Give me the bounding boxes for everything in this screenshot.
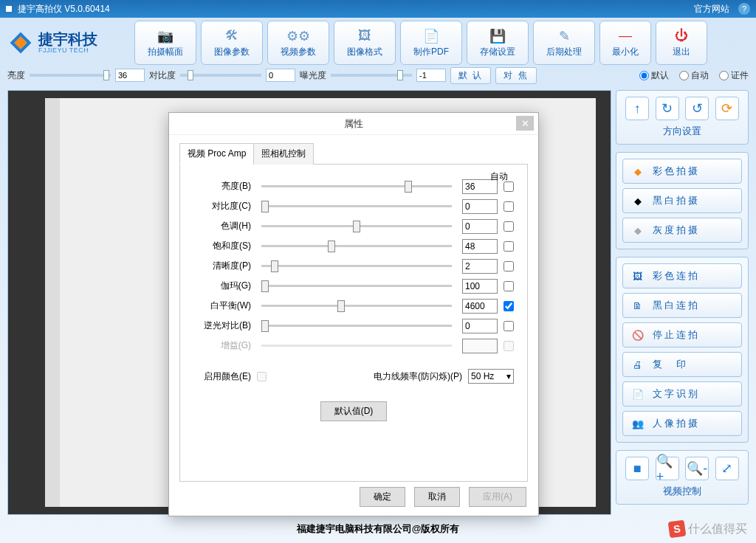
person-icon: 👥 — [632, 417, 645, 430]
brand-sub: FJJIEYU TECH — [38, 46, 97, 54]
pdf-icon: 📄 — [421, 28, 441, 44]
copy-button[interactable]: 🖨复 印 — [622, 352, 742, 377]
prop-hue-auto[interactable] — [504, 221, 514, 232]
color-burst-button[interactable]: 🖼彩色连拍 — [622, 263, 742, 288]
dialog-title-bar: 属性 ✕ — [169, 113, 538, 135]
tab-camera-control[interactable]: 照相机控制 — [253, 143, 314, 165]
watermark-badge-icon: S — [668, 520, 687, 539]
prop-whitebalance-label: 白平衡(W) — [193, 300, 251, 312]
prop-brightness-slider[interactable] — [261, 185, 452, 187]
enable-color-label: 启用颜色(E) — [193, 370, 251, 383]
stop-burst-button[interactable]: 🚫停止连拍 — [622, 322, 742, 347]
freq-select[interactable]: 50 Hz▾ — [468, 369, 514, 384]
prop-sharpness-value[interactable] — [462, 259, 498, 274]
zoom-in-icon[interactable]: 🔍+ — [656, 457, 679, 480]
up-arrow-icon[interactable]: ↑ — [625, 97, 649, 120]
prop-saturation-auto[interactable] — [504, 241, 514, 252]
exposure-slider[interactable] — [331, 74, 412, 77]
brand-logo-icon — [7, 30, 34, 56]
close-icon[interactable]: ✕ — [516, 116, 534, 131]
prop-contrast-label: 对比度(C) — [193, 200, 251, 212]
video-params-button[interactable]: ⚙⚙视频参数 — [267, 21, 329, 65]
prop-brightness-label: 亮度(B) — [193, 180, 251, 193]
storage-button[interactable]: 💾存储设置 — [467, 21, 529, 65]
defaults-button[interactable]: 默认值(D) — [320, 401, 388, 421]
brand-name: 捷宇科技 — [38, 32, 97, 46]
exposure-value[interactable] — [416, 69, 446, 82]
prop-contrast-value[interactable] — [462, 199, 498, 214]
prop-backlight-value[interactable] — [462, 319, 498, 333]
image-format-button[interactable]: 🖼图像格式 — [334, 21, 396, 65]
contrast-value[interactable] — [266, 69, 295, 82]
ok-button[interactable]: 确定 — [360, 487, 405, 507]
ocr-button[interactable]: 📄文字识别 — [622, 381, 742, 407]
zoom-out-icon[interactable]: 🔍- — [685, 457, 709, 480]
dialog-title: 属性 — [344, 117, 363, 131]
exposure-label: 曝光度 — [300, 69, 326, 82]
color-shot-button[interactable]: ◆彩色拍摄 — [622, 159, 742, 184]
prop-contrast-auto[interactable] — [504, 201, 514, 212]
contrast-label: 对比度 — [149, 69, 176, 82]
capture-area-button[interactable]: 📷拍摄幅面 — [134, 21, 196, 65]
printer-icon: 🖨 — [632, 358, 645, 371]
prop-gain-label: 增益(G) — [193, 339, 251, 352]
image-params-button[interactable]: 🛠图像参数 — [201, 21, 263, 65]
focus-button[interactable]: 对 焦 — [495, 67, 536, 84]
post-process-button[interactable]: ✎后期处理 — [533, 21, 595, 65]
radio-auto[interactable]: 自动 — [679, 69, 709, 82]
video-control-title: 视频控制 — [622, 485, 742, 498]
prop-gamma-slider[interactable] — [261, 285, 452, 287]
cancel-button[interactable]: 取消 — [414, 487, 460, 507]
radio-cert[interactable]: 证件 — [719, 69, 749, 82]
prop-backlight-slider[interactable] — [261, 325, 452, 327]
prop-hue-label: 色调(H) — [193, 220, 251, 232]
contrast-slider[interactable] — [180, 74, 261, 77]
enable-color-checkbox — [257, 372, 267, 381]
brightness-label: 亮度 — [7, 69, 25, 82]
default-button[interactable]: 默 认 — [450, 67, 491, 84]
tools-icon: 🛠 — [221, 28, 242, 44]
prop-saturation-slider[interactable] — [261, 245, 452, 247]
prop-saturation-value[interactable] — [462, 239, 498, 254]
make-pdf-button[interactable]: 📄制作PDF — [400, 21, 462, 65]
prop-hue-slider[interactable] — [261, 225, 452, 227]
brand: 捷宇科技 FJJIEYU TECH — [4, 21, 130, 65]
prop-whitebalance-value[interactable] — [462, 299, 498, 314]
prop-gamma-value[interactable] — [462, 279, 498, 294]
brightness-value[interactable] — [115, 69, 145, 82]
prop-whitebalance-slider[interactable] — [261, 305, 452, 307]
prop-hue-value[interactable] — [462, 219, 498, 234]
power-icon: ⏻ — [671, 28, 692, 44]
prop-contrast-slider[interactable] — [261, 205, 452, 207]
prop-sharpness-slider[interactable] — [261, 265, 452, 267]
rotate-cw-icon[interactable]: ↻ — [656, 97, 679, 120]
tab-video-proc-amp[interactable]: 视频 Proc Amp — [179, 143, 254, 165]
help-icon[interactable]: ? — [738, 3, 750, 15]
gray-diamond-icon: ◆ — [632, 224, 645, 237]
gray-shot-button[interactable]: ◆灰度拍摄 — [622, 218, 742, 243]
official-site-link[interactable]: 官方网站 — [694, 3, 729, 15]
exit-button[interactable]: ⏻退出 — [656, 21, 707, 65]
prop-sharpness-auto[interactable] — [504, 261, 514, 272]
color-diamond-icon: ◆ — [632, 165, 645, 178]
apply-button[interactable]: 应用(A) — [469, 487, 526, 507]
radio-default[interactable]: 默认 — [639, 69, 669, 82]
bw-shot-button[interactable]: ◆黑白拍摄 — [622, 188, 742, 213]
footer-copyright: 福建捷宇电脑科技有限公司@版权所有 — [0, 519, 756, 539]
stop-icon: 🚫 — [632, 328, 645, 342]
side-panel: ↑ ↻ ↺ ⟳ 方向设置 ◆彩色拍摄 ◆黑白拍摄 ◆灰度拍摄 🖼彩色连拍 🗎黑白… — [611, 86, 756, 519]
wand-icon: ✎ — [554, 28, 574, 44]
prop-whitebalance-auto[interactable] — [504, 301, 514, 311]
bw-burst-button[interactable]: 🗎黑白连拍 — [622, 293, 742, 318]
brightness-slider[interactable] — [30, 74, 111, 77]
minimize-button[interactable]: —最小化 — [599, 21, 651, 65]
refresh-icon[interactable]: ⟳ — [715, 97, 739, 120]
fit-icon[interactable]: ⤢ — [715, 457, 739, 480]
prop-gamma-auto[interactable] — [504, 281, 514, 291]
camera-icon: 📷 — [155, 28, 176, 44]
rotate-ccw-icon[interactable]: ↺ — [685, 97, 709, 120]
prop-backlight-auto[interactable] — [504, 321, 514, 331]
dialog-tabs: 视频 Proc Amp 照相机控制 — [179, 142, 528, 165]
portrait-button[interactable]: 👥人像拍摄 — [622, 411, 742, 436]
video-icon[interactable]: ■︎ — [625, 457, 649, 480]
